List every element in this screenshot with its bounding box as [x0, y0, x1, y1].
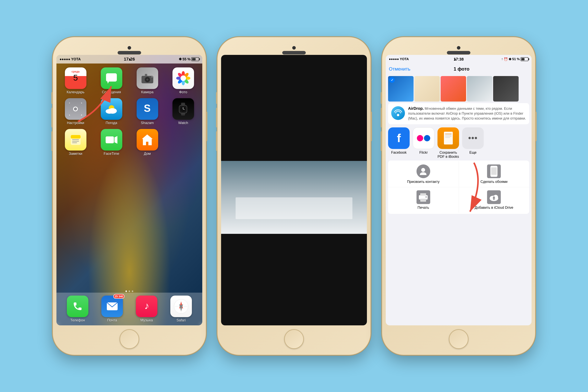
dock-safari[interactable]: Safari [170, 296, 192, 322]
app-shazam[interactable]: S Shazam [131, 98, 163, 125]
power-button[interactable] [206, 112, 207, 141]
strip-photo-5[interactable] [493, 76, 518, 102]
share-actions-row: f Facebook Flickr [386, 124, 532, 160]
page-dot-2 [128, 290, 130, 292]
share-facebook[interactable]: f Facebook [388, 128, 410, 159]
svg-text:S: S [144, 103, 151, 114]
photos-icon [172, 68, 194, 89]
svg-point-30 [108, 108, 117, 114]
weather-label: Погода [106, 121, 117, 125]
home-button-3[interactable] [449, 329, 468, 349]
dock-phone[interactable]: Телефон [67, 296, 88, 322]
home-button-1[interactable] [120, 329, 139, 349]
share-ibooks[interactable]: Сохранить PDF в iBooks [438, 128, 459, 159]
icloud-action[interactable]: Добавить в iCloud Drive [459, 187, 530, 213]
app-weather[interactable]: Погода [96, 98, 128, 125]
svg-rect-26 [69, 103, 70, 104]
location-icon-3: ↑ [501, 57, 503, 61]
phone-label: Телефон [70, 318, 85, 322]
strip-photo-1[interactable]: ✓ [388, 76, 414, 102]
app-watch[interactable]: Watch [167, 98, 199, 125]
phone3-screen: ●●●●● YOTA ▲ 17:38 ↑ ⏰ ✱ 51 % Отменить 1… [386, 55, 532, 325]
svg-rect-7 [151, 76, 153, 78]
strip-photo-3[interactable] [440, 76, 466, 102]
facebook-label: Facebook [391, 150, 406, 155]
dock: Телефон 25 340 Почта [56, 293, 202, 325]
assign-contact-label: Присвоить контакту [407, 180, 440, 184]
volume-down-button[interactable] [51, 131, 53, 151]
app-grid: среда 5 Календарь Сообщения [56, 64, 202, 160]
more-icon: ••• [462, 128, 484, 149]
app-messages[interactable]: Сообщения [96, 68, 128, 94]
svg-point-27 [74, 108, 77, 110]
strip-photo-2[interactable] [414, 76, 440, 102]
mute-button[interactable] [51, 92, 53, 104]
share-flickr[interactable]: Flickr [413, 128, 434, 159]
volume-up-button-2[interactable] [216, 108, 218, 128]
volume-down-button-2[interactable] [216, 131, 218, 151]
app-photos[interactable]: Фото [167, 68, 199, 94]
app-settings[interactable]: Настройки [60, 98, 92, 125]
front-camera-2 [292, 46, 296, 50]
app-facetime[interactable]: FaceTime [96, 129, 128, 156]
time-display: 17:26 [124, 57, 135, 62]
carrier-3: ●●●●● YOTA [389, 57, 409, 61]
svg-rect-6 [145, 74, 147, 76]
airdrop-text-block: AirDrop. Мгновенный обмен данными с теми… [408, 106, 526, 121]
print-action[interactable]: Печать [388, 187, 459, 213]
battery-text: 55 % [182, 57, 190, 61]
svg-rect-42 [72, 142, 77, 143]
app-home[interactable]: Дом [131, 129, 163, 156]
mute-button-3[interactable] [381, 92, 382, 104]
app-camera[interactable]: Камера [131, 68, 163, 94]
svg-marker-44 [114, 136, 118, 144]
svg-rect-43 [106, 136, 114, 143]
airdrop-title: AirDrop. [408, 106, 424, 110]
svg-rect-24 [69, 114, 70, 115]
cancel-button[interactable]: Отменить [389, 66, 410, 72]
wallpaper-action[interactable]: Сделать обоями [459, 161, 530, 187]
home-app-label: Дом [144, 152, 151, 156]
svg-marker-1 [108, 82, 109, 84]
photo-snow[interactable] [221, 161, 367, 234]
volume-down-button-3[interactable] [381, 131, 382, 151]
svg-point-63 [424, 135, 430, 141]
home-button-2[interactable] [284, 329, 304, 349]
page-dot-3 [132, 290, 133, 292]
power-button-3[interactable] [535, 112, 537, 141]
mute-button-2[interactable] [216, 92, 218, 104]
app-calendar[interactable]: среда 5 Календарь [60, 68, 92, 94]
share-more[interactable]: ••• Еще [462, 128, 484, 159]
watch-label: Watch [178, 121, 188, 125]
camera-label: Камера [141, 90, 154, 94]
settings-label: Настройки [67, 121, 84, 125]
phone-icon [67, 296, 88, 317]
svg-rect-69 [445, 138, 450, 138]
phone-3: ●●●●● YOTA ▲ 17:38 ↑ ⏰ ✱ 51 % Отменить 1… [382, 37, 535, 355]
speaker-2 [282, 51, 306, 54]
dock-mail[interactable]: 25 340 Почта [101, 296, 123, 322]
photos-app: ●●●●● YOTA ▲ 17:28 ⏰ ✱ 55 % ‹ Назад [221, 55, 367, 325]
photo-phone-dark[interactable] [270, 99, 318, 148]
battery-icon [191, 57, 199, 61]
safari-icon [170, 296, 192, 317]
dock-music[interactable]: ♪ Музыка [136, 296, 158, 322]
print-icon [416, 190, 430, 204]
volume-up-button-3[interactable] [381, 108, 382, 128]
strip-photo-4[interactable] [467, 76, 492, 102]
assign-contact-action[interactable]: Присвоить контакту [388, 161, 459, 187]
bottom-row-2: Печать Добавить в iCloud [388, 187, 529, 213]
camera-icon-app [136, 68, 158, 89]
home-app-icon [136, 129, 158, 150]
airdrop-icon [391, 106, 405, 120]
messages-label: Сообщения [102, 90, 121, 94]
svg-rect-41 [72, 141, 79, 142]
svg-rect-39 [71, 135, 80, 138]
photos-grid-2 [221, 161, 367, 234]
time-3: 17:38 [454, 57, 464, 62]
power-button-2[interactable] [370, 112, 372, 141]
calendar-date: 5 [73, 73, 78, 82]
app-notes[interactable]: Заметки [60, 129, 92, 156]
bottom-actions: Присвоить контакту Сделать обоями [388, 160, 529, 214]
volume-up-button[interactable] [51, 108, 53, 128]
